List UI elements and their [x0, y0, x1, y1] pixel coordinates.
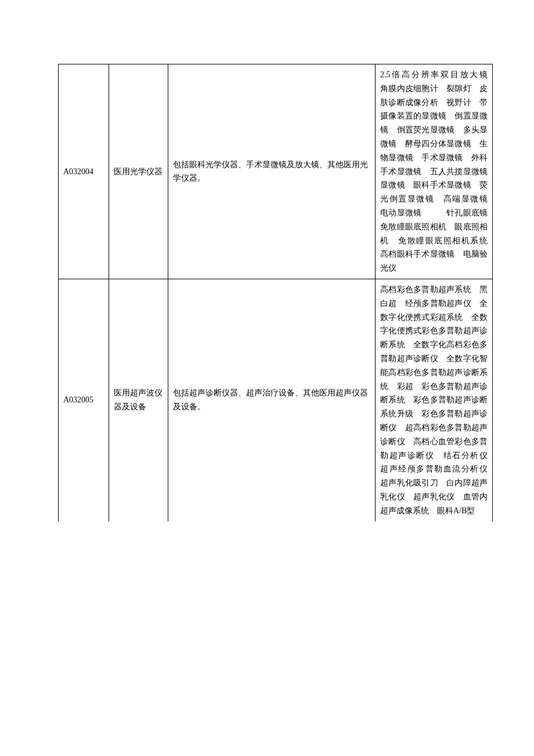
document-page: A032004 医用光学仪器 包括眼科光学仪器、手术显微镜及放大镜、其他医用光学…: [0, 0, 534, 756]
code-cell: A032004: [59, 64, 109, 279]
name-cell: 医用超声波仪器及设备: [109, 279, 168, 521]
examples-cell: 2.5倍高分辨率双目放大镜 角膜内皮细胞计 裂隙灯 皮肤诊断成像分析 视野计 带…: [376, 64, 493, 279]
name-cell: 医用光学仪器: [109, 64, 168, 279]
table-row: A032005 医用超声波仪器及设备 包括超声诊断仪器、超声治疗设备、其他医用超…: [59, 279, 493, 521]
examples-cell: 高档彩色多普勒超声系统 黑白超 经颅多普勒超声仪 全数字化便携式彩超系统 全数字…: [376, 279, 493, 521]
category-table: A032004 医用光学仪器 包括眼科光学仪器、手术显微镜及放大镜、其他医用光学…: [58, 64, 493, 521]
desc-cell: 包括眼科光学仪器、手术显微镜及放大镜、其他医用光学仪器。: [168, 64, 376, 279]
table-row: A032004 医用光学仪器 包括眼科光学仪器、手术显微镜及放大镜、其他医用光学…: [59, 64, 493, 279]
code-cell: A032005: [59, 279, 109, 521]
desc-cell: 包括超声诊断仪器、超声治疗设备、其他医用超声仪器及设备。: [168, 279, 376, 521]
